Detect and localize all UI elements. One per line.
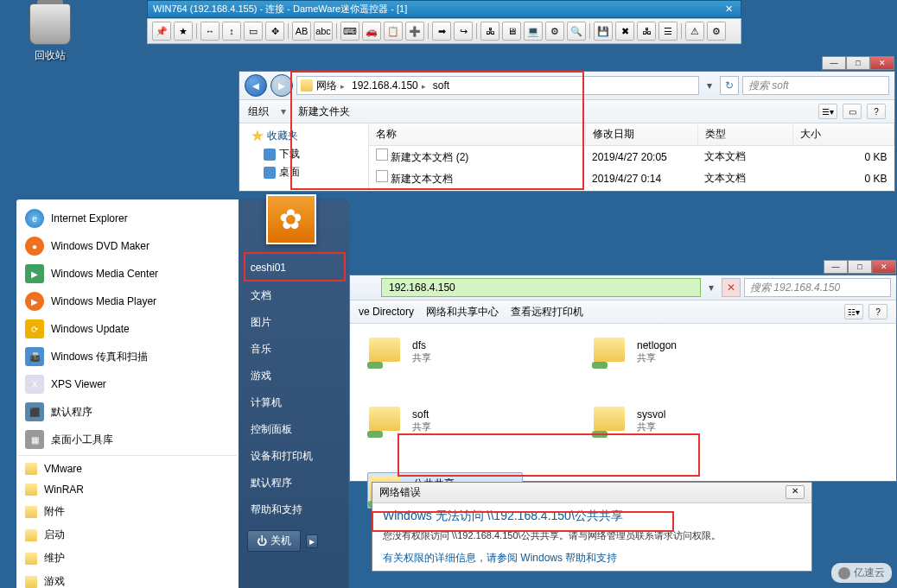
minimize-button[interactable]: —	[822, 56, 846, 70]
user-name[interactable]: ceshi01	[239, 258, 348, 282]
sm-ie[interactable]: eInternet Explorer	[18, 205, 237, 232]
tool-net1-icon[interactable]: 🖧	[480, 22, 499, 41]
tool-key-icon[interactable]: ⌨	[340, 22, 359, 41]
tool-pin-icon[interactable]: 📌	[152, 22, 171, 41]
remote-close-button[interactable]: ✕	[722, 3, 735, 15]
sm-gadgets[interactable]: ▦桌面小工具库	[18, 426, 237, 453]
ad-button[interactable]: ve Directory	[359, 306, 414, 318]
file-row[interactable]: 新建文本文档 2019/4/27 0:14 文本文档 0 KB	[369, 168, 894, 189]
sm-media-player[interactable]: ▶Windows Media Player	[18, 288, 237, 315]
crumb-ip[interactable]: 192.168.4.150	[348, 79, 429, 92]
share-dfs[interactable]: dfs共享	[367, 334, 523, 369]
sm-default2[interactable]: 默认程序	[239, 470, 348, 496]
preview-button[interactable]: ▭	[843, 104, 862, 119]
sm-help[interactable]: 帮助和支持	[239, 496, 348, 523]
sm-documents[interactable]: 文档	[239, 282, 348, 309]
tool-car-icon[interactable]: 🚗	[362, 22, 381, 41]
tool-cfg-icon[interactable]: ⚙	[707, 22, 726, 41]
tool-gear2-icon[interactable]: 🔍	[567, 22, 586, 41]
tool-right2-icon[interactable]: ↪	[454, 22, 473, 41]
network-center-button[interactable]: 网络和共享中心	[426, 305, 499, 319]
search-box[interactable]: 搜索 soft	[742, 76, 889, 95]
file-row[interactable]: 新建文本文档 (2) 2019/4/27 20:05 文本文档 0 KB	[369, 146, 894, 168]
remote-titlebar[interactable]: WIN764 (192.168.4.155) - 连接 - DameWare迷你…	[147, 0, 741, 18]
close-button[interactable]: ✕	[872, 260, 896, 274]
tool-plus-icon[interactable]: ➕	[405, 22, 424, 41]
share-soft[interactable]: soft共享	[367, 403, 523, 438]
sm-maintain[interactable]: 维护	[18, 547, 237, 570]
share-netlogon[interactable]: netlogon共享	[592, 334, 748, 369]
sm-update[interactable]: ⟳Windows Update	[18, 315, 237, 343]
shutdown-options[interactable]: ▸	[306, 534, 318, 548]
refresh-button[interactable]: ↻	[720, 76, 739, 95]
tool-star-icon[interactable]: ★	[174, 22, 193, 41]
tool-clip-icon[interactable]: 📋	[384, 22, 403, 41]
sm-vmware[interactable]: VMware	[18, 455, 237, 479]
nav-favorites[interactable]: 收藏夹	[239, 127, 368, 145]
forward-button[interactable]: ►	[270, 74, 293, 97]
shutdown-button[interactable]: ⏻关机	[247, 530, 301, 552]
recycle-bin[interactable]: 回收站	[24, 3, 76, 63]
address-dropdown[interactable]: ▾	[703, 79, 716, 92]
tool-arrows-icon[interactable]: ↔	[200, 22, 219, 41]
address-field[interactable]: 192.168.4.150	[381, 278, 701, 297]
col-name[interactable]: 名称	[369, 123, 585, 146]
sm-games2[interactable]: 游戏	[239, 363, 348, 389]
tool-warn-icon[interactable]: ⚠	[685, 22, 704, 41]
sm-computer[interactable]: 计算机	[239, 389, 348, 416]
crumb-network[interactable]: 网络	[313, 79, 348, 93]
sm-winrar[interactable]: WinRAR	[18, 479, 237, 500]
sm-dvd[interactable]: ●Windows DVD Maker	[18, 232, 237, 260]
tool-netx-icon[interactable]: ✖	[615, 22, 634, 41]
tool-right-icon[interactable]: ➡	[432, 22, 451, 41]
new-folder-button[interactable]: 新建文件夹	[298, 104, 350, 119]
error-help-link[interactable]: 有关权限的详细信息，请参阅 Windows 帮助和支持	[383, 551, 801, 566]
view-button[interactable]: ☰▾	[818, 104, 837, 119]
view-button[interactable]: ☷▾	[844, 304, 863, 319]
tool-list-icon[interactable]: ☰	[658, 22, 678, 41]
maximize-button[interactable]: □	[848, 260, 872, 274]
sm-music[interactable]: 音乐	[239, 336, 348, 363]
tool-ab-icon[interactable]: AB	[292, 22, 311, 41]
col-type[interactable]: 类型	[697, 123, 792, 146]
tool-gear1-icon[interactable]: ⚙	[545, 22, 564, 41]
sm-accessories[interactable]: 附件	[18, 500, 237, 523]
sm-games[interactable]: 游戏	[18, 570, 237, 588]
back-button[interactable]: ◄	[245, 74, 267, 97]
stop-button[interactable]: ✕	[722, 278, 741, 297]
address-field[interactable]: 网络 192.168.4.150 soft	[296, 76, 699, 95]
error-close-button[interactable]: ✕	[786, 485, 805, 499]
tool-disk-icon[interactable]: 💾	[594, 22, 613, 41]
tool-arrows2-icon[interactable]: ↕	[222, 22, 241, 41]
sm-devices[interactable]: 设备和打印机	[239, 443, 348, 470]
organize-menu[interactable]: 组织	[248, 104, 269, 119]
sm-fax[interactable]: 📠Windows 传真和扫描	[18, 343, 237, 370]
minimize-button[interactable]: —	[824, 260, 848, 274]
sm-control-panel[interactable]: 控制面板	[239, 416, 348, 443]
col-date[interactable]: 修改日期	[585, 123, 697, 146]
maximize-button[interactable]: □	[846, 56, 870, 70]
tool-abc-icon[interactable]: abc	[314, 22, 333, 41]
tool-net4-icon[interactable]: 🖧	[637, 22, 656, 41]
sm-startup[interactable]: 启动	[18, 523, 237, 547]
crumb-ip[interactable]: 192.168.4.150	[385, 281, 462, 294]
nav-downloads[interactable]: 下载	[239, 145, 368, 163]
help-button[interactable]: ?	[868, 304, 887, 319]
tool-net3-icon[interactable]: 💻	[524, 22, 543, 41]
tool-move-icon[interactable]: ✥	[265, 22, 284, 41]
tool-screen-icon[interactable]: ▭	[244, 22, 263, 41]
nav-desktop[interactable]: 桌面	[239, 163, 368, 181]
col-size[interactable]: 大小	[792, 123, 894, 146]
share-sysvol[interactable]: sysvol共享	[592, 403, 748, 438]
sm-default[interactable]: ⬛默认程序	[18, 398, 237, 426]
sm-pictures[interactable]: 图片	[239, 309, 348, 336]
sm-media-center[interactable]: ▶Windows Media Center	[18, 260, 237, 288]
remote-printer-button[interactable]: 查看远程打印机	[511, 305, 583, 319]
crumb-soft[interactable]: soft	[429, 79, 456, 92]
close-button[interactable]: ✕	[870, 56, 894, 70]
sm-xps[interactable]: XXPS Viewer	[18, 370, 237, 398]
search-box[interactable]: 搜索 192.168.4.150	[744, 278, 891, 297]
address-dropdown[interactable]: ▾	[704, 281, 718, 294]
help-button[interactable]: ?	[867, 104, 886, 119]
user-avatar[interactable]	[266, 194, 316, 244]
